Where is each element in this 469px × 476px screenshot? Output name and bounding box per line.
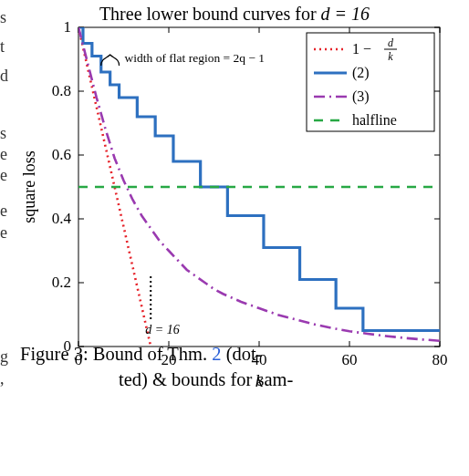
cropped-letter: s bbox=[0, 123, 6, 143]
cropped-letter: e bbox=[0, 222, 7, 243]
svg-text:0.4: 0.4 bbox=[52, 210, 72, 227]
svg-text:0.6: 0.6 bbox=[52, 146, 71, 163]
cropped-letter: d bbox=[0, 66, 8, 86]
svg-text:square loss: square loss bbox=[20, 150, 38, 223]
figure-3: Three lower bound curves for d = 16 0204… bbox=[20, 0, 465, 392]
title-text: Three lower bound curves for bbox=[99, 4, 321, 24]
svg-text:0.8: 0.8 bbox=[52, 82, 71, 99]
chart: Three lower bound curves for d = 16 0204… bbox=[20, 0, 449, 392]
cropped-letter: s bbox=[0, 7, 6, 27]
cropped-letter: e bbox=[0, 201, 7, 221]
cropped-letter: , bbox=[0, 368, 5, 388]
svg-text:halfline: halfline bbox=[352, 112, 397, 128]
figure-caption: Figure 3: Bound of Thm. 2 (dot- ted) & b… bbox=[20, 341, 458, 392]
cropped-letter: e bbox=[0, 165, 7, 185]
svg-text:width of flat region = 2q − 1: width of flat region = 2q − 1 bbox=[125, 51, 266, 65]
caption-text: ted) & bounds for sam- bbox=[20, 367, 458, 392]
cropped-letter: e bbox=[0, 144, 7, 164]
svg-text:1: 1 bbox=[64, 22, 72, 36]
figure-label: Figure 3: bbox=[20, 344, 89, 364]
svg-text:(2): (2) bbox=[352, 65, 370, 81]
title-math: d = 16 bbox=[321, 4, 370, 24]
cropped-letter: g bbox=[0, 347, 8, 367]
thm-link[interactable]: 2 bbox=[212, 344, 221, 364]
svg-text:(3): (3) bbox=[352, 88, 370, 105]
svg-text:d: d bbox=[388, 36, 394, 49]
caption-text: Bound of Thm. bbox=[89, 344, 213, 364]
svg-text:0.2: 0.2 bbox=[52, 274, 71, 291]
svg-text:k: k bbox=[388, 50, 393, 63]
svg-text:d = 16: d = 16 bbox=[145, 323, 179, 336]
cropped-left-text-column: s t d s e e e e g , bbox=[0, 0, 13, 476]
chart-svg: 02040608000.20.40.60.81ksquare lossd = 1… bbox=[20, 22, 449, 392]
cropped-letter: t bbox=[0, 36, 5, 57]
caption-text: (dot- bbox=[222, 344, 263, 364]
svg-text:1 −: 1 − bbox=[352, 41, 371, 57]
